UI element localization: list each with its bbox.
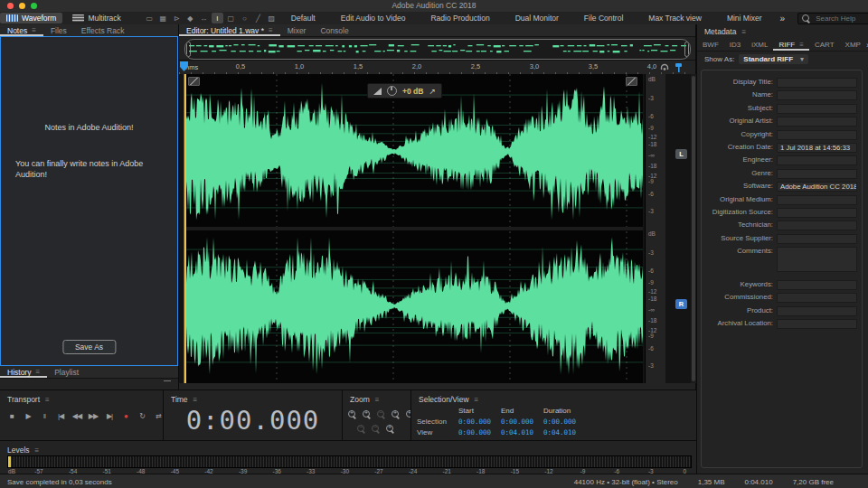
overview-navigator[interactable] xyxy=(184,39,691,60)
volume-hud[interactable]: +0 dB ↗ xyxy=(367,83,442,99)
workspace-file-control[interactable]: File Control xyxy=(584,14,623,23)
time-value-field[interactable]: 0:00.000 xyxy=(543,418,599,426)
tab-console[interactable]: Console xyxy=(313,24,355,36)
time-value-field[interactable]: 0:00.000 xyxy=(501,418,543,426)
zoom-in-at-in-point-button[interactable]: + xyxy=(392,410,400,418)
lasso-selection-tool-icon[interactable]: ○ xyxy=(239,13,250,23)
waveform-display[interactable]: +0 dB ↗ dB-3-6-9-12-18-∞-18-12-9-6-3 dB-… xyxy=(179,74,695,383)
tab-xmp[interactable]: XMP xyxy=(840,39,866,51)
zoom-out-horizontal-button[interactable]: − xyxy=(377,410,385,418)
workspace-mini-mixer[interactable]: Mini Mixer xyxy=(727,14,762,23)
pin-marker-icon[interactable] xyxy=(673,62,684,73)
tab-mixer[interactable]: Mixer xyxy=(280,24,314,36)
playhead-line[interactable] xyxy=(184,74,186,383)
show-as-dropdown[interactable]: Standard RIFF ▾ xyxy=(739,54,808,64)
tab-playlist[interactable]: Playlist xyxy=(47,366,86,378)
panel-overflow-icon[interactable] xyxy=(164,380,171,381)
right-channel-button[interactable]: R xyxy=(675,299,687,309)
waveform-view-button[interactable]: Waveform xyxy=(0,13,62,23)
time-value-field[interactable]: 0:04.010 xyxy=(501,428,543,436)
panel-menu-icon[interactable]: ≡ xyxy=(269,26,273,34)
waveform-display-icon[interactable]: ▭ xyxy=(144,13,156,23)
field-technician-input[interactable] xyxy=(777,221,857,230)
panel-menu-icon[interactable]: ≡ xyxy=(32,26,36,34)
panel-menu-icon[interactable]: ≡ xyxy=(375,396,380,404)
workspace-radio-production[interactable]: Radio Production xyxy=(430,14,489,23)
tab-cart[interactable]: CART xyxy=(809,39,840,51)
panel-menu-icon[interactable]: ≡ xyxy=(193,396,198,404)
panel-menu-icon[interactable]: ≡ xyxy=(35,368,40,376)
tab-bwf[interactable]: BWF xyxy=(697,39,724,51)
channel-options-icon[interactable] xyxy=(626,77,637,86)
zoom-out-full-button[interactable]: − xyxy=(357,425,365,433)
field-genre-input[interactable] xyxy=(777,169,857,179)
field-copyright-input[interactable] xyxy=(777,130,857,140)
tab-ixml[interactable]: iXML xyxy=(746,39,773,51)
panel-menu-icon[interactable]: ≡ xyxy=(45,396,50,404)
tab-files[interactable]: Files xyxy=(43,24,74,36)
spectral-display-icon[interactable]: ▦ xyxy=(157,13,169,23)
monitor-headphone-icon[interactable] xyxy=(659,62,670,73)
panel-menu-icon[interactable]: ≡ xyxy=(35,446,40,455)
timeline-ruler[interactable]: hms 0,51,01,52,02,53,03,54,0 xyxy=(179,60,695,75)
rewind-button[interactable]: ◀◀ xyxy=(71,410,83,422)
loop-playback-button[interactable]: ↻ xyxy=(136,410,148,422)
workspace-overflow-icon[interactable]: » xyxy=(780,14,786,23)
field-creation-date-input[interactable]: 1 Jul 2018 at 14:56:33 xyxy=(777,143,857,153)
fast-forward-button[interactable]: ▶▶ xyxy=(87,410,99,422)
skip-to-end-button[interactable]: ▶| xyxy=(103,410,116,422)
time-value-field[interactable]: 0:00.000 xyxy=(458,428,501,436)
field-keywords-input[interactable] xyxy=(777,280,857,290)
field-original-artist-input[interactable] xyxy=(777,117,857,127)
panel-menu-icon[interactable]: ≡ xyxy=(741,28,746,36)
tab-riff[interactable]: RIFF≡ xyxy=(773,39,808,51)
tab-notes[interactable]: Notes≡ xyxy=(0,24,43,36)
workspace-default[interactable]: Default xyxy=(291,14,316,23)
tab-effects-rack[interactable]: Effects Rack xyxy=(74,24,132,36)
field-digitization-source-input[interactable] xyxy=(777,208,857,218)
marquee-selection-tool-icon[interactable]: ▢ xyxy=(225,13,237,23)
record-button[interactable]: ● xyxy=(119,410,132,422)
workspace-max-track-view[interactable]: Max Track view xyxy=(648,14,702,23)
time-value-field[interactable]: 0:00.000 xyxy=(458,418,501,426)
field-engineer-input[interactable] xyxy=(777,155,857,165)
time-selection-tool-icon[interactable]: I xyxy=(212,13,223,23)
zoom-to-selection-button[interactable]: + xyxy=(386,425,394,433)
field-original-medium-input[interactable] xyxy=(777,195,857,205)
gain-knob-icon[interactable] xyxy=(387,86,397,96)
field-software-input[interactable]: Adobe Audition CC 2018.1 xyxy=(777,182,857,192)
paintbrush-selection-tool-icon[interactable]: ╱ xyxy=(252,13,264,23)
field-subject-input[interactable] xyxy=(777,104,857,114)
time-value-field[interactable]: 0:04.010 xyxy=(543,428,599,436)
gain-value[interactable]: +0 dB xyxy=(402,87,423,96)
field-product-input[interactable] xyxy=(777,306,857,316)
stop-button[interactable]: ■ xyxy=(5,410,18,422)
hud-pin-icon[interactable]: ↗ xyxy=(429,87,436,96)
pause-button[interactable]: ‖ xyxy=(38,410,51,422)
field-commissioned-input[interactable] xyxy=(777,293,857,303)
multitrack-view-button[interactable]: Multitrack xyxy=(66,13,127,23)
skip-to-start-button[interactable]: |◀ xyxy=(54,410,67,422)
notes-text-area[interactable]: Notes in Adobe Audition! You can finally… xyxy=(0,36,178,366)
workspace-dual-monitor[interactable]: Dual Monitor xyxy=(515,14,559,23)
field-comments-input[interactable] xyxy=(777,247,857,272)
field-name-input[interactable] xyxy=(777,90,857,100)
zoom-in-horizontal-button[interactable]: + xyxy=(363,410,371,418)
move-tool-icon[interactable]: ⊳ xyxy=(171,13,183,23)
level-meter[interactable] xyxy=(7,455,692,468)
panel-menu-icon[interactable]: ≡ xyxy=(799,41,804,49)
play-button[interactable]: ▶ xyxy=(22,410,34,422)
zoom-reset-button[interactable]: − xyxy=(372,425,380,433)
tab-id3[interactable]: ID3 xyxy=(724,39,746,51)
waveform-canvas[interactable] xyxy=(184,74,643,383)
zoom-in-button[interactable]: + xyxy=(348,410,356,418)
field-archival-location-input[interactable] xyxy=(777,319,857,329)
workspace-edit-audio-to-video[interactable]: Edit Audio to Video xyxy=(341,14,406,23)
razor-tool-icon[interactable]: ◆ xyxy=(184,13,196,23)
save-as-button[interactable]: Save As xyxy=(62,340,116,354)
tab-editor-untitled-1-wav[interactable]: Editor: Untitled 1.wav *≡ xyxy=(179,24,280,36)
slip-tool-icon[interactable]: ↔ xyxy=(198,13,210,23)
left-channel-button[interactable]: L xyxy=(675,149,687,159)
spot-healing-brush-tool-icon[interactable]: ▨ xyxy=(266,13,278,23)
channel-options-icon[interactable] xyxy=(188,77,200,86)
